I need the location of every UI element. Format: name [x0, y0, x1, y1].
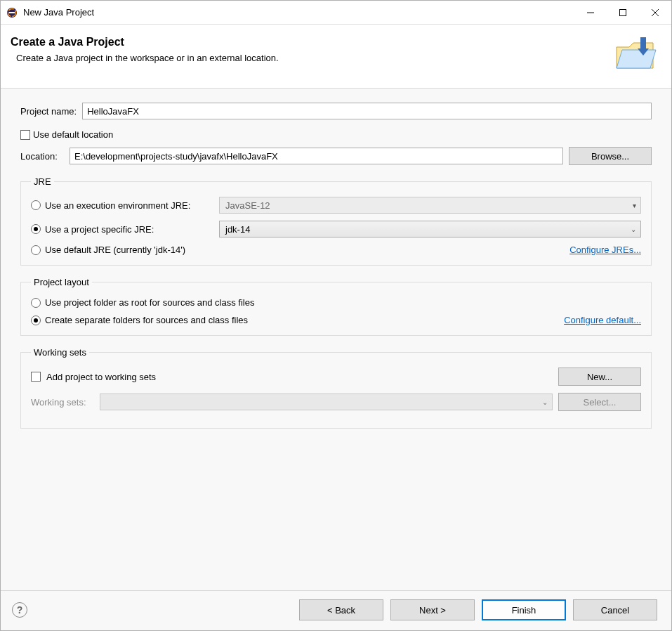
radio-icon: [31, 200, 41, 210]
location-row: Location: Browse...: [20, 147, 652, 165]
jre-project-specific-radio[interactable]: Use a project specific JRE:: [31, 224, 213, 235]
jre-project-specific-row: Use a project specific JRE: jdk-14 ⌄: [31, 221, 641, 238]
jre-default-radio[interactable]: Use default JRE (currently 'jdk-14'): [31, 245, 185, 255]
next-button[interactable]: Next >: [390, 599, 475, 620]
working-sets-group: Working sets Add project to working sets…: [20, 347, 652, 429]
layout-root-radio[interactable]: Use project folder as root for sources a…: [31, 297, 641, 308]
jre-project-specific-value: jdk-14: [225, 224, 250, 235]
chevron-down-icon: ⌄: [542, 398, 548, 406]
jre-exec-env-radio[interactable]: Use an execution environment JRE:: [31, 200, 213, 211]
window-title: New Java Project: [23, 7, 574, 18]
folder-icon: [612, 33, 657, 78]
add-to-working-sets-label: Add project to working sets: [46, 372, 156, 382]
use-default-location-label: Use default location: [33, 129, 113, 140]
project-name-label: Project name:: [20, 106, 77, 117]
checkbox-icon: [20, 130, 30, 140]
working-sets-add-row: Add project to working sets New...: [31, 367, 641, 386]
configure-default-link[interactable]: Configure default...: [564, 315, 641, 325]
project-layout-group: Project layout Use project folder as roo…: [20, 277, 652, 336]
jre-legend: JRE: [31, 176, 54, 187]
layout-separate-row: Create separate folders for sources and …: [31, 315, 641, 325]
working-sets-select: ⌄: [100, 393, 553, 410]
svg-rect-9: [640, 37, 646, 48]
project-name-input[interactable]: [82, 103, 652, 119]
working-sets-legend: Working sets: [31, 347, 89, 358]
browse-button[interactable]: Browse...: [569, 147, 652, 165]
jre-default-row: Use default JRE (currently 'jdk-14') Con…: [31, 245, 641, 255]
jre-exec-env-label: Use an execution environment JRE:: [45, 200, 190, 211]
new-working-set-button[interactable]: New...: [558, 367, 641, 386]
jre-default-label: Use default JRE (currently 'jdk-14'): [45, 245, 185, 255]
close-button[interactable]: [639, 1, 671, 24]
project-layout-legend: Project layout: [31, 277, 92, 287]
minimize-button[interactable]: [574, 1, 607, 24]
configure-jres-link[interactable]: Configure JREs...: [569, 245, 641, 255]
footer-buttons: < Back Next > Finish Cancel: [299, 599, 657, 620]
svg-rect-2: [9, 12, 15, 13]
jre-exec-env-select: JavaSE-12 ▾: [219, 197, 641, 214]
chevron-down-icon: ⌄: [631, 226, 636, 233]
jre-group: JRE Use an execution environment JRE: Ja…: [20, 176, 652, 266]
radio-icon: [31, 224, 41, 234]
window-controls: [574, 1, 671, 24]
maximize-button[interactable]: [607, 1, 639, 24]
project-name-row: Project name:: [20, 103, 652, 119]
jre-project-specific-label: Use a project specific JRE:: [45, 224, 154, 235]
back-button[interactable]: < Back: [299, 599, 383, 620]
svg-rect-4: [620, 9, 626, 15]
layout-root-label: Use project folder as root for sources a…: [45, 297, 254, 308]
radio-icon: [31, 298, 41, 308]
layout-separate-radio[interactable]: Create separate folders for sources and …: [31, 315, 248, 325]
jre-exec-env-row: Use an execution environment JRE: JavaSE…: [31, 197, 641, 214]
add-to-working-sets-checkbox[interactable]: Add project to working sets: [31, 372, 156, 382]
radio-icon: [31, 245, 41, 255]
eclipse-icon: [6, 7, 18, 18]
svg-marker-8: [617, 50, 656, 68]
page-title: Create a Java Project: [11, 36, 612, 48]
wizard-header: Create a Java Project Create a Java proj…: [1, 25, 671, 89]
finish-button[interactable]: Finish: [482, 599, 566, 620]
use-default-location-checkbox[interactable]: Use default location: [20, 129, 652, 140]
working-sets-label: Working sets:: [31, 397, 94, 408]
location-label: Location:: [20, 151, 64, 162]
wizard-content: Project name: Use default location Locat…: [1, 89, 671, 590]
jre-exec-env-value: JavaSE-12: [225, 200, 270, 211]
working-sets-select-row: Working sets: ⌄ Select...: [31, 393, 641, 411]
radio-icon: [31, 316, 41, 325]
jre-project-specific-select[interactable]: jdk-14 ⌄: [219, 221, 641, 238]
page-subtitle: Create a Java project in the workspace o…: [16, 53, 612, 63]
checkbox-icon: [31, 372, 41, 382]
help-icon[interactable]: ?: [12, 602, 27, 618]
wizard-footer: ? < Back Next > Finish Cancel: [1, 590, 671, 630]
chevron-down-icon: ▾: [633, 202, 636, 209]
location-input[interactable]: [70, 148, 563, 164]
layout-separate-label: Create separate folders for sources and …: [45, 315, 248, 325]
select-working-sets-button: Select...: [558, 393, 641, 411]
cancel-button[interactable]: Cancel: [573, 599, 657, 620]
titlebar: New Java Project: [1, 1, 671, 25]
